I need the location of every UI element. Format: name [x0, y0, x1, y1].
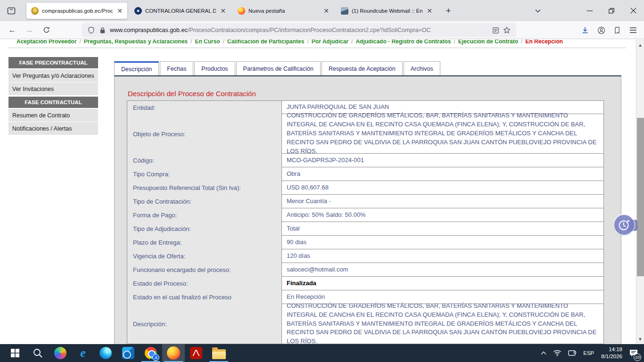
table-row: Tipo de Adjudicación: Total	[127, 222, 603, 236]
field-value: Total	[281, 222, 603, 236]
action-center-icon[interactable]: 10	[626, 344, 644, 362]
tab-close-icon[interactable]: ✕	[426, 7, 433, 15]
breadcrumb-link[interactable]: Adjudicado - Registro de Contratos	[355, 40, 451, 45]
field-label: Entidad:	[127, 101, 281, 114]
floating-widget[interactable]	[614, 215, 637, 236]
field-value: 90 dias	[281, 236, 603, 249]
breadcrumb-link[interactable]: Calificación de Participantes	[227, 40, 304, 45]
bookmark-star-icon[interactable]	[501, 25, 512, 36]
field-value: Anticipo: 50% Saldo: 50.00%	[281, 208, 603, 222]
tab-productos[interactable]: Productos	[194, 61, 235, 75]
field-value: saloceci@hotmail.com	[281, 263, 603, 277]
extensions-icon[interactable]	[609, 23, 625, 37]
reload-button[interactable]	[39, 23, 54, 37]
field-label: Presupuesto Referencial Total (Sin Iva):	[127, 181, 281, 195]
table-row: Presupuesto Referencial Total (Sin Iva):…	[127, 181, 603, 195]
tab-title: CONTRALORIA GENERAL DEL ES	[145, 8, 216, 14]
url-path: /ProcesoContratacion/compras/PC/informac…	[188, 27, 431, 33]
toolbar-right-icons	[577, 23, 641, 37]
scroll-up-icon[interactable]: ▲	[636, 41, 644, 49]
sidebar-item-notificaciones[interactable]: Notificaciones / Alertas	[8, 122, 98, 135]
downloads-icon[interactable]	[577, 23, 593, 37]
list-all-tabs-icon[interactable]	[530, 4, 546, 18]
taskbar-firefox-icon[interactable]	[162, 344, 185, 362]
taskbar-copilot-icon[interactable]	[49, 344, 72, 362]
field-label: Estado en el cual finalizó el Proceso	[127, 290, 281, 304]
new-tab-button[interactable]: +	[441, 4, 455, 18]
taskbar-file-explorer-icon[interactable]	[207, 344, 230, 362]
forward-button[interactable]: →	[22, 23, 37, 37]
restore-button[interactable]	[601, 0, 622, 21]
tab-close-icon[interactable]: ✕	[322, 7, 330, 15]
field-label: Plazo de Entrega:	[127, 236, 281, 249]
field-label: Descripción:	[127, 304, 281, 344]
wifi-icon[interactable]	[550, 344, 565, 362]
sidebar-item-ver-preguntas[interactable]: Ver Preguntas y/ó Aclaraciones	[8, 69, 98, 82]
field-value: CONSTRUCCIÓN DE GRADERÍOS METÁLICOS, BAR…	[281, 304, 603, 344]
firefox-favicon	[238, 7, 245, 15]
taskbar-edge-icon[interactable]	[94, 344, 117, 362]
account-icon[interactable]	[593, 23, 609, 37]
taskbar-clock[interactable]: 14:18 8/1/2026	[597, 344, 626, 362]
taskbar-acrobat-icon[interactable]	[185, 344, 207, 362]
clock-widget-icon[interactable]	[614, 215, 634, 235]
back-button[interactable]: ←	[5, 23, 20, 37]
menu-hamburger-icon[interactable]	[625, 23, 641, 37]
breadcrumb-link[interactable]: En Curso	[195, 40, 220, 45]
system-tray: ESP 14:18 8/1/2026 10	[537, 344, 644, 362]
sidebar-item-resumen-contrato[interactable]: Resumen de Contrato	[8, 109, 98, 122]
tab-fechas[interactable]: Fechas	[160, 61, 193, 75]
breadcrumb-link[interactable]: Por Adjudicar	[312, 40, 348, 45]
language-indicator[interactable]: ESP	[580, 344, 597, 362]
tab-respuesta[interactable]: Respuesta de Aceptación	[322, 61, 403, 75]
taskbar-internet-explorer-icon[interactable]: e	[72, 344, 94, 362]
touch-keyboard-icon[interactable]	[565, 344, 580, 362]
reader-mode-icon[interactable]	[490, 25, 501, 36]
firefox-view-icon[interactable]	[4, 3, 19, 18]
compraspublicas-favicon	[31, 7, 39, 15]
taskbar-outlook-icon[interactable]	[117, 344, 140, 362]
browser-tab-compraspublicas[interactable]: compraspublicas.gob.ec/Proces ✕	[26, 3, 127, 19]
breadcrumb: Aceptación Proveedor/Preguntas, Respuest…	[17, 40, 625, 45]
breadcrumb-link[interactable]: Aceptación Proveedor	[17, 40, 76, 45]
browser-tab-new[interactable]: Nueva pestaña ✕	[233, 3, 334, 19]
tab-title: compraspublicas.gob.ec/Proces	[42, 8, 113, 14]
tab-parametros[interactable]: Parámetros de Calificación	[236, 61, 321, 75]
scrollbar-thumb[interactable]	[637, 118, 644, 276]
tab-title: Nueva pestaña	[248, 8, 319, 14]
breadcrumb-divider	[8, 48, 626, 48]
field-value: CONSTRUCCIÓN DE GRADERÍOS METÁLICOS, BAR…	[281, 114, 603, 154]
tab-descripcion[interactable]: Descripción	[114, 61, 159, 75]
tab-close-icon[interactable]: ✕	[116, 7, 124, 15]
scroll-down-icon[interactable]: ▼	[636, 335, 644, 343]
field-label: Código:	[127, 154, 281, 167]
tab-title: (1) Roundcube Webmail :: Entra	[352, 8, 422, 14]
taskbar-chrome-icon[interactable]	[140, 344, 162, 362]
sidebar-item-ver-invitaciones[interactable]: Ver Invitaciones	[8, 82, 98, 95]
field-label: Vigencia de Oferta:	[127, 249, 281, 263]
chrome-profile-badge	[152, 354, 159, 361]
field-label: Forma de Pago:	[127, 208, 281, 222]
tracking-shield-icon[interactable]	[85, 25, 97, 36]
tab-archivos[interactable]: Archivos	[404, 61, 440, 75]
lock-icon[interactable]	[97, 25, 108, 36]
close-window-button[interactable]	[622, 0, 644, 21]
browser-tab-contraloria[interactable]: CONTRALORIA GENERAL DEL ES ✕	[130, 3, 231, 19]
sidebar-header-precontractual: FASE PRECONTRACTUAL	[8, 57, 98, 68]
description-panel: Descripción del Proceso de Contratación …	[114, 75, 621, 344]
tray-time: 14:18	[601, 346, 622, 353]
url-bar[interactable]: www.compraspublicas.gob.ec/ProcesoContra…	[82, 23, 516, 37]
breadcrumb-separator: /	[304, 40, 311, 45]
field-value: Obra	[281, 167, 603, 181]
minimize-button[interactable]	[579, 0, 601, 21]
start-button[interactable]	[4, 344, 26, 362]
taskbar-search-icon[interactable]	[26, 344, 49, 362]
tray-chevron-up-icon[interactable]	[537, 344, 550, 362]
page-scrollbar[interactable]: ▲ ▼	[636, 40, 644, 344]
breadcrumb-link[interactable]: Ejecución de Contrato	[458, 40, 518, 45]
tray-date: 8/1/2026	[601, 353, 622, 360]
field-label: Tipo de Adjudicación:	[127, 222, 281, 236]
breadcrumb-link[interactable]: Preguntas, Respuestas y Aclaraciones	[84, 40, 188, 45]
tab-close-icon[interactable]: ✕	[219, 7, 227, 15]
browser-tab-roundcube[interactable]: (1) Roundcube Webmail :: Entra ✕	[336, 3, 437, 19]
